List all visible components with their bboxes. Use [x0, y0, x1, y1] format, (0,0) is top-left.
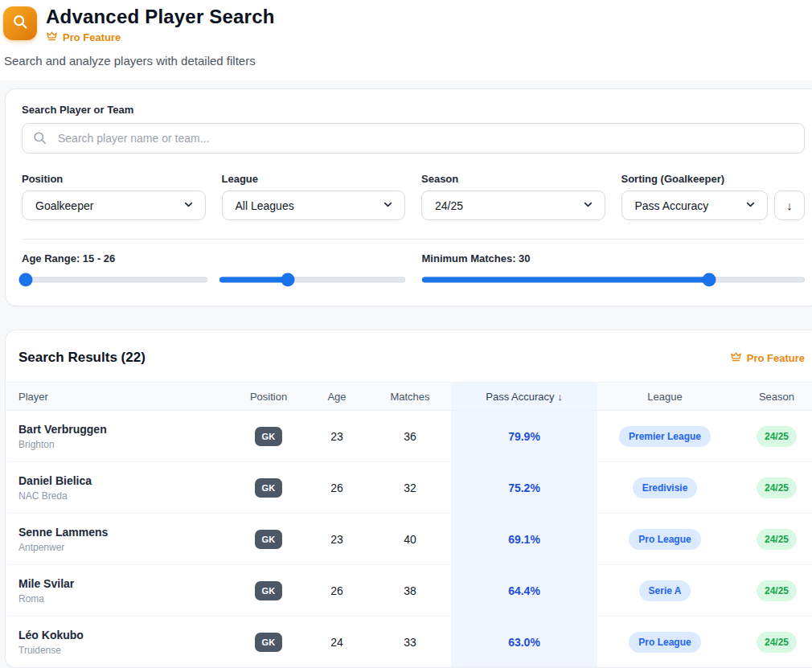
table-row[interactable]: Daniel BielicaNAC BredaGK263275.2%Erediv…	[6, 462, 812, 514]
age-max-slider[interactable]	[219, 273, 405, 287]
position-cell: GK	[232, 411, 305, 461]
age-cell: 24	[305, 617, 369, 667]
season-badge: 24/25	[757, 426, 797, 447]
season-cell: 24/25	[732, 617, 812, 667]
min-matches-filter: Minimum Matches: 30	[422, 252, 806, 287]
position-cell: GK	[232, 514, 305, 564]
table-row[interactable]: Léo KokuboTruidenseGK243363.0%Pro League…	[6, 617, 812, 668]
position-filter: Position Goalkeeper	[22, 173, 206, 220]
season-badge: 24/25	[757, 477, 797, 498]
position-cell: GK	[232, 617, 305, 667]
position-label: Position	[22, 173, 206, 185]
position-value: Goalkeeper	[35, 199, 93, 212]
player-cell: Bart VerbruggenBrighton	[18, 411, 232, 461]
column-header-pass-accuracy[interactable]: Pass Accuracy ↓	[451, 383, 597, 410]
league-badge: Eredivisie	[633, 477, 698, 498]
column-header-age[interactable]: Age	[305, 383, 369, 410]
matches-cell: 36	[369, 411, 451, 461]
player-team: Brighton	[18, 439, 55, 450]
league-label: League	[222, 173, 406, 185]
chevron-down-icon	[182, 199, 195, 213]
league-cell: Pro League	[597, 514, 732, 564]
sorting-filter: Sorting (Goalkeeper) Pass Accuracy ↓	[621, 173, 806, 220]
search-icon	[11, 13, 29, 34]
player-team: Roma	[18, 593, 44, 604]
age-range-filter: Age Range: 15 - 26	[22, 252, 405, 287]
player-cell: Daniel BielicaNAC Breda	[18, 462, 232, 513]
position-badge: GK	[255, 633, 281, 652]
player-cell: Senne LammensAntpenwer	[18, 514, 232, 564]
pass-accuracy-cell: 63.0%	[451, 617, 597, 667]
age-min-slider[interactable]	[22, 273, 207, 287]
search-input[interactable]	[22, 123, 805, 154]
age-cell: 26	[305, 565, 369, 616]
position-select[interactable]: Goalkeeper	[22, 191, 206, 220]
position-cell: GK	[232, 462, 305, 513]
chevron-down-icon	[744, 199, 757, 213]
league-select[interactable]: All Leagues	[222, 191, 406, 220]
min-matches-slider[interactable]	[422, 273, 806, 287]
league-badge: Serie A	[639, 580, 691, 601]
slider-track	[22, 277, 207, 283]
position-badge: GK	[255, 427, 281, 446]
position-cell: GK	[232, 565, 305, 616]
age-cell: 26	[305, 462, 369, 513]
player-team: NAC Breda	[18, 490, 68, 502]
arrow-down-icon: ↓	[786, 199, 793, 212]
season-label: Season	[421, 173, 605, 185]
search-icon	[32, 130, 47, 149]
column-header-player[interactable]: Player	[18, 383, 232, 410]
slider-thumb[interactable]	[281, 273, 295, 287]
player-name: Senne Lammens	[18, 526, 108, 539]
pass-accuracy-cell: 79.9%	[451, 411, 597, 461]
player-name: Bart Verbruggen	[18, 423, 107, 436]
pass-accuracy-cell: 69.1%	[451, 514, 597, 564]
pro-feature-label: Pro Feature	[747, 352, 805, 364]
age-cell: 23	[305, 514, 369, 564]
pass-accuracy-value: 64.4%	[508, 584, 540, 597]
chevron-down-icon	[382, 199, 394, 213]
column-header-position[interactable]: Position	[232, 383, 305, 410]
matches-cell: 33	[369, 617, 451, 667]
player-name: Mile Svilar	[18, 577, 74, 590]
results-card: Search Results (22) Pro Feature Player P…	[5, 330, 812, 668]
league-badge: Pro League	[629, 529, 700, 550]
table-header-row: Player Position Age Matches Pass Accurac…	[6, 382, 812, 411]
league-cell: Serie A	[597, 565, 732, 616]
league-badge: Premier League	[619, 426, 711, 447]
sorting-select[interactable]: Pass Accuracy	[621, 191, 769, 220]
season-select[interactable]: 24/25	[421, 191, 605, 220]
league-cell: Pro League	[597, 617, 732, 667]
chevron-down-icon	[582, 199, 594, 213]
pass-accuracy-cell: 64.4%	[451, 565, 597, 616]
pro-feature-badge: Pro Feature	[46, 31, 275, 43]
slider-thumb[interactable]	[18, 273, 32, 287]
crown-icon	[730, 351, 742, 364]
season-badge: 24/25	[757, 632, 797, 653]
league-filter: League All Leagues	[222, 173, 406, 220]
matches-cell: 38	[369, 565, 451, 616]
player-name: Léo Kokubo	[18, 629, 84, 641]
column-header-matches[interactable]: Matches	[369, 383, 451, 410]
pro-feature-badge: Pro Feature	[730, 351, 805, 364]
table-row[interactable]: Mile SvilarRomaGK263864.4%Serie A24/25	[6, 565, 812, 617]
league-cell: Eredivisie	[597, 462, 732, 513]
column-header-season[interactable]: Season	[732, 383, 812, 410]
season-cell: 24/25	[732, 411, 812, 461]
sort-direction-button[interactable]: ↓	[774, 191, 805, 220]
player-team: Antpenwer	[18, 542, 64, 553]
table-row[interactable]: Bart VerbruggenBrightonGK233679.9%Premie…	[6, 411, 812, 462]
column-header-league[interactable]: League	[597, 383, 732, 410]
age-range-label: Age Range: 15 - 26	[22, 252, 405, 264]
player-name: Daniel Bielica	[18, 474, 92, 487]
slider-thumb[interactable]	[702, 273, 716, 287]
table-row[interactable]: Senne LammensAntpenwerGK234069.1%Pro Lea…	[6, 514, 812, 565]
pass-accuracy-value: 75.2%	[508, 482, 540, 494]
league-cell: Premier League	[597, 411, 732, 461]
slider-fill	[219, 277, 288, 283]
position-badge: GK	[255, 581, 281, 600]
sorting-value: Pass Accuracy	[635, 199, 709, 212]
season-filter: Season 24/25	[421, 173, 605, 220]
position-badge: GK	[255, 530, 281, 549]
search-label: Search Player or Team	[22, 104, 805, 116]
